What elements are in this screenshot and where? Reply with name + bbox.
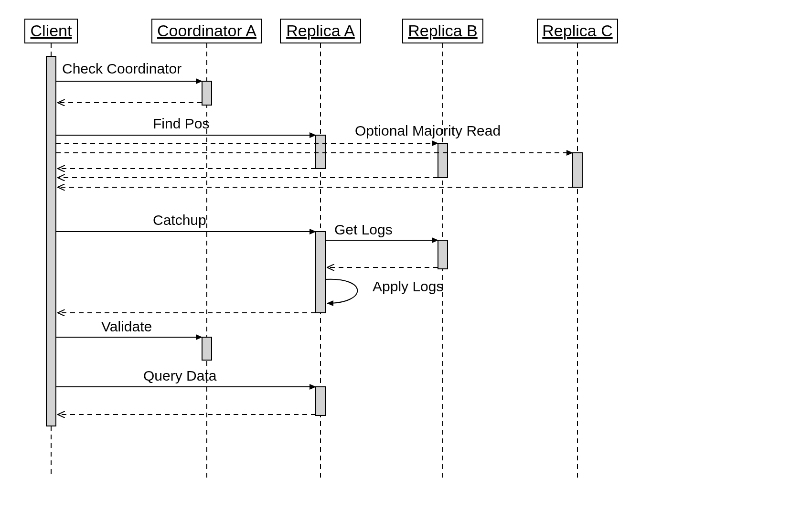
activation-replica-a-findpos	[316, 135, 325, 169]
msg-apply-logs-label: Apply Logs	[373, 278, 443, 294]
participant-coordinator-a: Coordinator A	[152, 19, 262, 43]
participant-replica-b-label: Replica B	[408, 21, 478, 40]
activation-client-main	[46, 56, 56, 426]
msg-validate-label: Validate	[101, 319, 152, 334]
activation-replica-a-catchup	[316, 232, 325, 313]
activation-replica-b-getlogs	[438, 240, 448, 269]
msg-apply-logs-self	[325, 279, 357, 303]
activation-coordinator-a-check	[202, 81, 212, 105]
participant-client-label: Client	[31, 21, 72, 40]
participant-replica-c: Replica C	[537, 19, 618, 43]
activation-replica-b-majority	[438, 143, 448, 178]
msg-get-logs-label: Get Logs	[334, 222, 393, 237]
participant-replica-b: Replica B	[403, 19, 483, 43]
participant-client: Client	[25, 19, 77, 43]
participant-replica-a-label: Replica A	[286, 21, 355, 40]
msg-catchup-label: Catchup	[153, 212, 206, 228]
participant-replica-c-label: Replica C	[542, 21, 612, 40]
msg-check-coordinator-label: Check Coordinator	[62, 61, 181, 76]
msg-find-pos-label: Find Pos	[153, 116, 209, 131]
participant-coordinator-a-label: Coordinator A	[157, 21, 256, 40]
activation-replica-a-querydata	[316, 387, 325, 415]
activation-replica-c-majority	[573, 153, 582, 187]
msg-query-data-label: Query Data	[143, 368, 217, 383]
activation-coordinator-a-validate	[202, 337, 212, 360]
participant-replica-a: Replica A	[280, 19, 361, 43]
msg-optional-majority-read-label: Optional Majority Read	[355, 123, 501, 138]
